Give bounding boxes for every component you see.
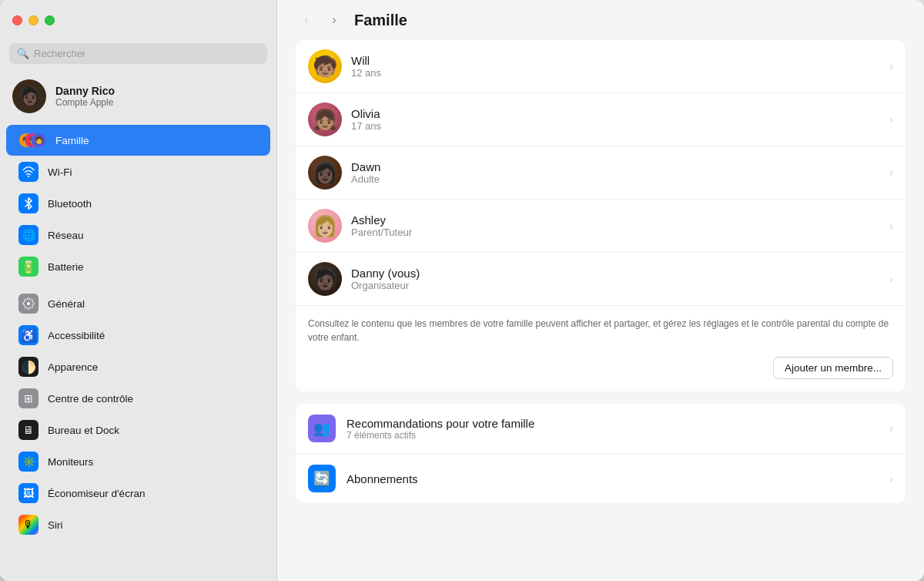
sidebar-item-general[interactable]: Général [6, 288, 270, 319]
recommandations-info: Recommandations pour votre famille 7 élé… [346, 417, 889, 441]
member-row-danny[interactable]: 🧑🏿 Danny (vous) Organisateur › [296, 253, 906, 306]
monitors-icon: ✳️ [18, 452, 38, 472]
sidebar: 🔍 Rechercher 🧑🏿 Danny Rico Compte Apple … [0, 0, 277, 581]
add-member-button[interactable]: Ajouter un membre... [773, 357, 893, 379]
sidebar-nav: 🧒 👧 🧑 Famille Wi-Fi [0, 124, 276, 581]
sidebar-item-label-bureau-dock: Bureau et Dock [48, 425, 119, 436]
recommandations-title: Recommandations pour votre famille [346, 417, 889, 430]
control-center-icon: ⊞ [18, 388, 38, 408]
abonnements-title: Abonnements [346, 472, 889, 485]
sidebar-item-moniteurs[interactable]: ✳️ Moniteurs [6, 446, 270, 477]
member-name-ashley: Ashley [351, 213, 889, 227]
svg-point-1 [27, 302, 30, 305]
user-subtitle: Compte Apple [55, 97, 115, 108]
bottom-cards: 👥 Recommandations pour votre famille 7 é… [296, 404, 906, 503]
main-scroll: 🧒🏽 Will 12 ans › 👧🏽 Olivia 17 ans › [277, 40, 924, 581]
general-icon [18, 294, 38, 314]
sidebar-item-wifi[interactable]: Wi-Fi [6, 156, 270, 187]
titlebar [0, 0, 276, 40]
search-bar[interactable]: 🔍 Rechercher [9, 43, 267, 64]
search-icon: 🔍 [17, 48, 29, 59]
member-role-danny: Organisateur [351, 280, 889, 291]
svg-point-0 [28, 176, 29, 177]
appearance-icon: 🌓 [18, 357, 38, 377]
sidebar-item-economiseur[interactable]: 🖼 Économiseur d'écran [6, 478, 270, 509]
sidebar-item-label-reseau: Réseau [48, 230, 84, 241]
sidebar-item-label-famille: Famille [55, 135, 89, 146]
user-info: Danny Rico Compte Apple [55, 85, 115, 108]
member-row-olivia[interactable]: 👧🏽 Olivia 17 ans › [296, 93, 906, 146]
siri-icon: 🎙 [18, 515, 38, 535]
member-row-dawn[interactable]: 👩🏿 Dawn Adulte › [296, 146, 906, 200]
sidebar-item-bureau-dock[interactable]: 🖥 Bureau et Dock [6, 415, 270, 445]
wifi-icon [18, 162, 38, 182]
sidebar-item-reseau[interactable]: 🌐 Réseau [6, 220, 270, 250]
member-row-ashley[interactable]: 👩🏼 Ashley Parent/Tuteur › [296, 200, 906, 253]
member-info-danny: Danny (vous) Organisateur [351, 267, 889, 291]
minimize-button[interactable] [28, 15, 38, 25]
member-role-dawn: Adulte [351, 173, 889, 185]
chevron-right-recommandations: › [889, 422, 893, 435]
main-window: 🔍 Rechercher 🧑🏿 Danny Rico Compte Apple … [0, 0, 924, 581]
member-role-ashley: Parent/Tuteur [351, 227, 889, 238]
sidebar-item-label-accessibilite: Accessibilité [48, 330, 105, 341]
chevron-right-abonnements: › [889, 472, 893, 485]
sidebar-item-label-bluetooth: Bluetooth [48, 198, 92, 210]
sidebar-item-siri[interactable]: 🎙 Siri [6, 509, 270, 540]
member-role-will: 12 ans [351, 67, 889, 79]
network-icon: 🌐 [18, 225, 38, 245]
abonnements-info: Abonnements [346, 472, 889, 485]
member-info-dawn: Dawn Adulte [351, 160, 889, 185]
recommandations-subtitle: 7 éléments actifs [346, 430, 889, 441]
bluetooth-icon [18, 193, 38, 213]
sidebar-item-accessibilite[interactable]: ♿ Accessibilité [6, 320, 270, 351]
bottom-row-recommandations[interactable]: 👥 Recommandations pour votre famille 7 é… [296, 404, 906, 454]
member-avatar-dawn: 👩🏿 [308, 156, 342, 190]
page-title: Famille [354, 12, 407, 29]
add-member-row: Ajouter un membre... [296, 348, 906, 391]
screensaver-icon: 🖼 [18, 483, 38, 503]
sidebar-item-label-siri: Siri [48, 519, 63, 531]
sidebar-item-batterie[interactable]: 🔋 Batterie [6, 251, 270, 282]
sidebar-item-label-centre-controle: Centre de contrôle [48, 393, 133, 405]
sidebar-item-apparence[interactable]: 🌓 Apparence [6, 351, 270, 382]
member-name-olivia: Olivia [351, 107, 889, 120]
member-avatar-olivia: 👧🏽 [308, 102, 342, 136]
bottom-row-abonnements[interactable]: 🔄 Abonnements › [296, 454, 906, 503]
sidebar-item-famille[interactable]: 🧒 👧 🧑 Famille [6, 125, 270, 156]
desktop-dock-icon: 🖥 [18, 420, 38, 440]
member-avatar-danny: 🧑🏿 [308, 262, 342, 296]
accessibility-icon: ♿ [18, 325, 38, 345]
sidebar-item-bluetooth[interactable]: Bluetooth [6, 188, 270, 219]
close-button[interactable] [12, 15, 22, 25]
family-description: Consultez le contenu que les membres de … [296, 306, 906, 348]
sidebar-item-label-general: Général [48, 298, 85, 310]
member-row-will[interactable]: 🧒🏽 Will 12 ans › [296, 40, 906, 93]
sidebar-item-centre-controle[interactable]: ⊞ Centre de contrôle [6, 383, 270, 414]
member-info-will: Will 12 ans [351, 54, 889, 79]
main-content: ‹ › Famille 🧒🏽 Will 12 ans › 👧🏽 [277, 0, 924, 581]
chevron-right-olivia: › [889, 113, 893, 126]
member-avatar-ashley: 👩🏼 [308, 209, 342, 243]
user-name: Danny Rico [55, 85, 115, 97]
members-card: 🧒🏽 Will 12 ans › 👧🏽 Olivia 17 ans › [296, 40, 906, 391]
abonnements-icon: 🔄 [308, 465, 336, 492]
recommandations-icon: 👥 [308, 415, 336, 442]
member-name-dawn: Dawn [351, 160, 889, 173]
member-info-olivia: Olivia 17 ans [351, 107, 889, 132]
sidebar-item-label-moniteurs: Moniteurs [48, 456, 93, 468]
family-icon: 🧒 👧 🧑 [18, 130, 46, 150]
member-name-will: Will [351, 54, 889, 67]
sidebar-item-label-apparence: Apparence [48, 361, 98, 373]
chevron-right-ashley: › [889, 220, 893, 232]
member-avatar-will: 🧒🏽 [308, 49, 342, 83]
maximize-button[interactable] [45, 15, 55, 25]
chevron-right-will: › [889, 60, 893, 72]
chevron-right-dawn: › [889, 166, 893, 179]
member-info-ashley: Ashley Parent/Tuteur [351, 213, 889, 238]
member-role-olivia: 17 ans [351, 120, 889, 132]
forward-button[interactable]: › [323, 12, 345, 28]
back-button[interactable]: ‹ [296, 12, 317, 28]
main-header: ‹ › Famille [277, 0, 924, 40]
sidebar-item-label-wifi: Wi-Fi [48, 166, 72, 178]
